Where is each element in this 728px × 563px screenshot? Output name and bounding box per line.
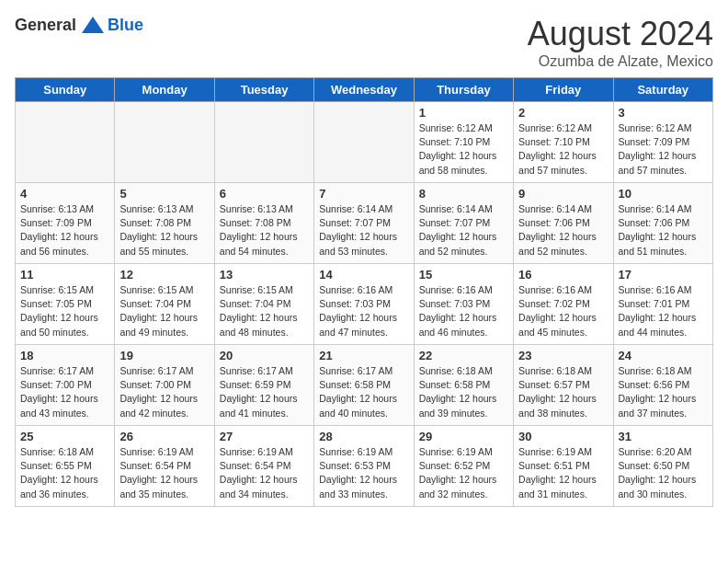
day-number: 10 [619,187,708,201]
calendar-cell: 18Sunrise: 6:17 AMSunset: 7:00 PMDayligh… [16,345,115,426]
day-of-week-header: Wednesday [314,78,414,102]
day-of-week-header: Sunday [16,78,115,102]
day-info: Sunrise: 6:17 AMSunset: 7:00 PMDaylight:… [119,364,209,420]
day-number: 7 [319,187,408,201]
header: General Blue August 2024 Ozumba de Alzat… [15,15,713,70]
calendar-cell: 12Sunrise: 6:15 AMSunset: 7:04 PMDayligh… [115,264,214,345]
day-number: 25 [20,430,109,443]
calendar-table: SundayMondayTuesdayWednesdayThursdayFrid… [15,77,713,507]
day-info: Sunrise: 6:12 AMSunset: 7:10 PMDaylight:… [419,121,508,178]
day-info: Sunrise: 6:16 AMSunset: 7:02 PMDaylight:… [518,283,608,339]
location-subtitle: Ozumba de Alzate, Mexico [528,53,713,70]
calendar-cell: 5Sunrise: 6:13 AMSunset: 7:08 PMDaylight… [115,183,214,264]
calendar-cell: 2Sunrise: 6:12 AMSunset: 7:10 PMDaylight… [514,102,613,183]
calendar-cell: 9Sunrise: 6:14 AMSunset: 7:06 PMDaylight… [514,183,613,264]
day-of-week-header: Thursday [414,78,513,102]
day-info: Sunrise: 6:15 AMSunset: 7:05 PMDaylight:… [20,283,109,339]
day-info: Sunrise: 6:16 AMSunset: 7:01 PMDaylight:… [619,283,708,339]
calendar-cell: 16Sunrise: 6:16 AMSunset: 7:02 PMDayligh… [514,264,613,345]
day-info: Sunrise: 6:18 AMSunset: 6:57 PMDaylight:… [518,364,608,420]
calendar-cell: 23Sunrise: 6:18 AMSunset: 6:57 PMDayligh… [514,345,613,426]
day-info: Sunrise: 6:19 AMSunset: 6:51 PMDaylight:… [518,445,608,501]
day-number: 13 [220,268,309,282]
day-number: 15 [419,268,508,282]
calendar-cell: 14Sunrise: 6:16 AMSunset: 7:03 PMDayligh… [314,264,414,345]
calendar-cell: 4Sunrise: 6:13 AMSunset: 7:09 PMDaylight… [16,183,115,264]
calendar-cell: 28Sunrise: 6:19 AMSunset: 6:53 PMDayligh… [314,426,414,507]
day-info: Sunrise: 6:15 AMSunset: 7:04 PMDaylight:… [119,283,209,339]
day-number: 2 [518,106,608,120]
day-info: Sunrise: 6:13 AMSunset: 7:08 PMDaylight:… [119,202,209,259]
calendar-cell: 8Sunrise: 6:14 AMSunset: 7:07 PMDaylight… [414,183,513,264]
logo: General Blue [15,15,143,35]
calendar-cell: 21Sunrise: 6:17 AMSunset: 6:58 PMDayligh… [314,345,414,426]
calendar-week-row: 18Sunrise: 6:17 AMSunset: 7:00 PMDayligh… [16,345,713,426]
calendar-cell: 17Sunrise: 6:16 AMSunset: 7:01 PMDayligh… [613,264,712,345]
day-number: 18 [20,349,109,362]
day-info: Sunrise: 6:13 AMSunset: 7:08 PMDaylight:… [220,202,309,259]
day-info: Sunrise: 6:14 AMSunset: 7:07 PMDaylight:… [319,202,408,259]
day-info: Sunrise: 6:17 AMSunset: 7:00 PMDaylight:… [20,364,109,420]
day-number: 4 [20,187,109,201]
day-info: Sunrise: 6:16 AMSunset: 7:03 PMDaylight:… [319,283,408,339]
day-number: 8 [419,187,508,201]
day-number: 19 [119,349,209,362]
day-info: Sunrise: 6:17 AMSunset: 6:58 PMDaylight:… [319,364,408,420]
calendar-week-row: 11Sunrise: 6:15 AMSunset: 7:05 PMDayligh… [16,264,713,345]
day-of-week-header: Monday [115,78,214,102]
day-info: Sunrise: 6:19 AMSunset: 6:54 PMDaylight:… [119,445,209,501]
calendar-cell: 27Sunrise: 6:19 AMSunset: 6:54 PMDayligh… [214,426,313,507]
day-number: 28 [319,430,408,443]
calendar-cell: 10Sunrise: 6:14 AMSunset: 7:06 PMDayligh… [613,183,712,264]
day-number: 20 [220,349,309,362]
day-number: 23 [518,349,608,362]
day-number: 6 [220,187,309,201]
day-number: 5 [119,187,209,201]
day-number: 16 [518,268,608,282]
calendar-cell: 31Sunrise: 6:20 AMSunset: 6:50 PMDayligh… [613,426,712,507]
day-number: 31 [619,430,708,443]
calendar-cell: 13Sunrise: 6:15 AMSunset: 7:04 PMDayligh… [214,264,313,345]
logo-icon [80,15,106,35]
day-info: Sunrise: 6:12 AMSunset: 7:09 PMDaylight:… [619,121,708,178]
day-number: 22 [419,349,508,362]
calendar-week-row: 4Sunrise: 6:13 AMSunset: 7:09 PMDaylight… [16,183,713,264]
calendar-cell: 25Sunrise: 6:18 AMSunset: 6:55 PMDayligh… [16,426,115,507]
day-number: 12 [119,268,209,282]
day-info: Sunrise: 6:19 AMSunset: 6:54 PMDaylight:… [220,445,309,501]
day-number: 17 [619,268,708,282]
title-area: August 2024 Ozumba de Alzate, Mexico [528,15,713,70]
calendar-cell: 3Sunrise: 6:12 AMSunset: 7:09 PMDaylight… [613,102,712,183]
day-number: 26 [119,430,209,443]
day-number: 24 [619,349,708,362]
day-number: 27 [220,430,309,443]
calendar-cell: 19Sunrise: 6:17 AMSunset: 7:00 PMDayligh… [115,345,214,426]
day-info: Sunrise: 6:19 AMSunset: 6:52 PMDaylight:… [419,445,508,501]
calendar-cell: 6Sunrise: 6:13 AMSunset: 7:08 PMDaylight… [214,183,313,264]
calendar-cell: 29Sunrise: 6:19 AMSunset: 6:52 PMDayligh… [414,426,513,507]
calendar-cell: 20Sunrise: 6:17 AMSunset: 6:59 PMDayligh… [214,345,313,426]
svg-marker-0 [82,17,104,33]
calendar-cell [314,102,414,183]
day-info: Sunrise: 6:19 AMSunset: 6:53 PMDaylight:… [319,445,408,501]
day-info: Sunrise: 6:14 AMSunset: 7:06 PMDaylight:… [518,202,608,259]
day-info: Sunrise: 6:18 AMSunset: 6:58 PMDaylight:… [419,364,508,420]
day-info: Sunrise: 6:17 AMSunset: 6:59 PMDaylight:… [220,364,309,420]
logo-general: General [15,16,76,35]
calendar-cell: 30Sunrise: 6:19 AMSunset: 6:51 PMDayligh… [514,426,613,507]
day-number: 3 [619,106,708,120]
day-number: 29 [419,430,508,443]
day-info: Sunrise: 6:12 AMSunset: 7:10 PMDaylight:… [518,121,608,178]
calendar-cell: 11Sunrise: 6:15 AMSunset: 7:05 PMDayligh… [16,264,115,345]
day-number: 1 [419,106,508,120]
day-info: Sunrise: 6:13 AMSunset: 7:09 PMDaylight:… [20,202,109,259]
day-number: 21 [319,349,408,362]
calendar-body: 1Sunrise: 6:12 AMSunset: 7:10 PMDaylight… [16,102,713,507]
calendar-cell [214,102,313,183]
day-info: Sunrise: 6:14 AMSunset: 7:06 PMDaylight:… [619,202,708,259]
logo-blue: Blue [108,16,143,35]
day-number: 30 [518,430,608,443]
day-number: 14 [319,268,408,282]
day-of-week-header: Saturday [613,78,712,102]
day-info: Sunrise: 6:18 AMSunset: 6:55 PMDaylight:… [20,445,109,501]
